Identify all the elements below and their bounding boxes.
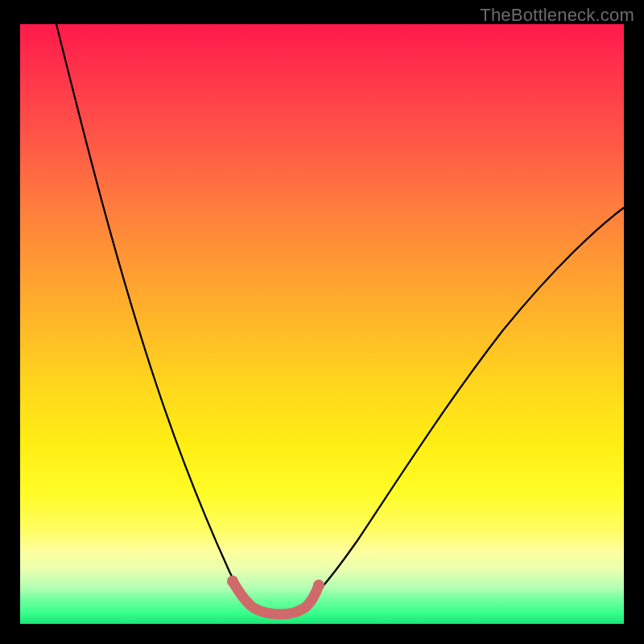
chart-frame: TheBottleneck.com [0, 0, 644, 644]
right-curve [303, 208, 624, 605]
plot-area [20, 24, 624, 624]
watermark-label: TheBottleneck.com [480, 5, 634, 26]
valley-hook [233, 581, 319, 614]
valley-hook-dot-left [227, 576, 238, 587]
valley-hook-dot-right [313, 580, 324, 591]
chart-svg [20, 24, 624, 624]
left-curve [56, 24, 250, 605]
